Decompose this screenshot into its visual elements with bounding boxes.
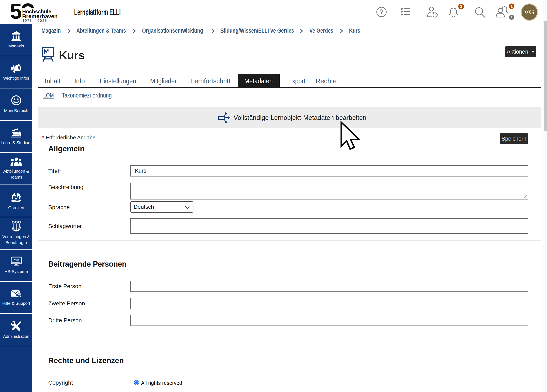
svg-text:?: ?: [380, 8, 383, 15]
svg-text:***: ***: [14, 258, 19, 263]
svg-text:?: ?: [18, 293, 20, 297]
